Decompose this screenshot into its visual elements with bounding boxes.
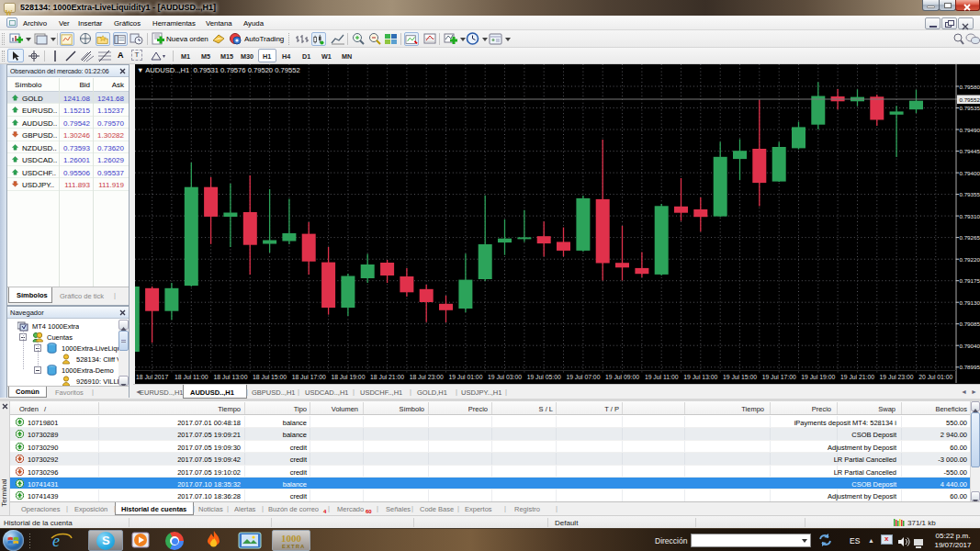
- svg-text:0.79310: 0.79310: [960, 213, 980, 219]
- svg-text:0.79355: 0.79355: [960, 191, 980, 197]
- svg-text:18 Jul 21:00: 18 Jul 21:00: [370, 374, 404, 380]
- svg-text:19 Jul 05:00: 19 Jul 05:00: [527, 374, 561, 380]
- svg-text:19 Jul 09:00: 19 Jul 09:00: [605, 374, 639, 380]
- svg-text:18 Jul 17:00: 18 Jul 17:00: [292, 374, 326, 380]
- svg-text:0.78995: 0.78995: [960, 364, 980, 370]
- svg-text:18 Jul 2017: 18 Jul 2017: [136, 374, 168, 380]
- svg-text:19 Jul 21:00: 19 Jul 21:00: [840, 374, 874, 380]
- svg-text:0.79040: 0.79040: [960, 343, 980, 349]
- svg-text:0.79445: 0.79445: [960, 148, 980, 154]
- svg-text:0.79085: 0.79085: [960, 320, 980, 327]
- svg-text:0.79400: 0.79400: [960, 170, 980, 176]
- svg-text:19 Jul 11:00: 19 Jul 11:00: [645, 374, 679, 380]
- svg-text:19 Jul 23:00: 19 Jul 23:00: [880, 374, 914, 380]
- svg-text:19 Jul 19:00: 19 Jul 19:00: [801, 374, 835, 380]
- svg-text:0.79535: 0.79535: [960, 105, 980, 111]
- svg-text:19 Jul 07:00: 19 Jul 07:00: [566, 374, 600, 380]
- svg-text:19 Jul 17:00: 19 Jul 17:00: [762, 374, 796, 380]
- svg-text:18 Jul 23:00: 18 Jul 23:00: [410, 374, 444, 380]
- svg-text:0.79552: 0.79552: [960, 96, 980, 103]
- svg-text:19 Jul 01:00: 19 Jul 01:00: [448, 374, 482, 380]
- svg-text:18 Jul 13:00: 18 Jul 13:00: [213, 374, 247, 380]
- svg-text:19 Jul 03:00: 19 Jul 03:00: [488, 374, 522, 380]
- svg-text:20 Jul 01:00: 20 Jul 01:00: [918, 374, 952, 380]
- svg-text:0.79220: 0.79220: [960, 256, 980, 263]
- svg-text:▼ AUDUSD..,H1 0.79531 0.79576: ▼ AUDUSD..,H1 0.79531 0.79576 0.79520 0.…: [137, 66, 300, 74]
- svg-text:0.79580: 0.79580: [960, 84, 980, 90]
- svg-text:18 Jul 15:00: 18 Jul 15:00: [253, 374, 287, 380]
- svg-text:19 Jul 15:00: 19 Jul 15:00: [723, 374, 757, 380]
- svg-text:0.79130: 0.79130: [960, 299, 980, 306]
- svg-text:0.79265: 0.79265: [960, 234, 980, 241]
- svg-text:0.79490: 0.79490: [960, 127, 980, 133]
- svg-text:18 Jul 19:00: 18 Jul 19:00: [331, 374, 365, 380]
- svg-text:18 Jul 11:00: 18 Jul 11:00: [175, 374, 208, 380]
- svg-text:0.79175: 0.79175: [960, 277, 980, 284]
- svg-text:19 Jul 13:00: 19 Jul 13:00: [683, 374, 717, 380]
